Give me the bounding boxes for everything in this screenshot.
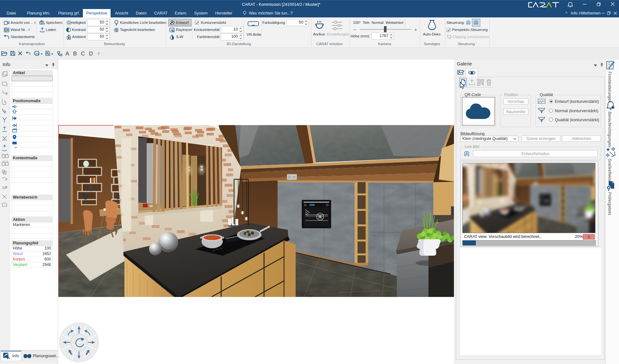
svg-text:B: B — [73, 51, 77, 57]
svg-text:C: C — [81, 51, 85, 57]
svg-text:A: A — [65, 51, 69, 57]
svg-text:D: D — [89, 51, 93, 57]
